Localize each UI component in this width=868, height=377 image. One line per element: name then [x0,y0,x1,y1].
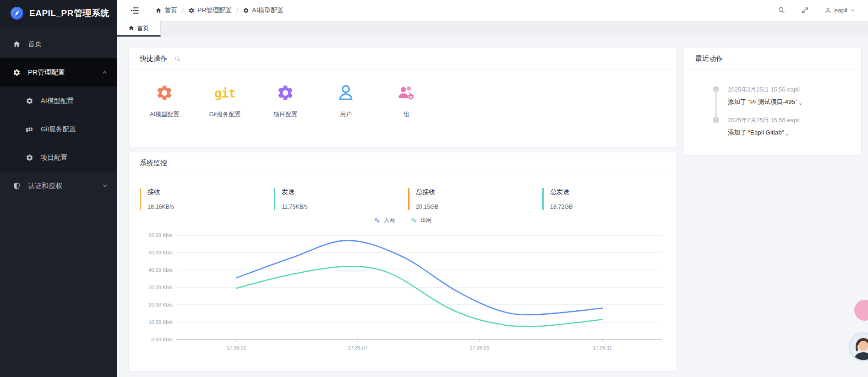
search-icon[interactable] [778,6,786,14]
main-column: 快捷操作 AI模型配置 git Git服务配置 项目配置 [128,48,677,372]
shield-icon [13,182,21,190]
timeline: 2025年2月25日 15:56 eapil 添加了 “Pr 测试项目-495”… [713,86,861,137]
x-axis-label: 17:35:07 [348,345,368,350]
breadcrumb-label: PR管理配置 [197,6,232,15]
breadcrumb-item-pr-config[interactable]: PR管理配置 [188,6,232,15]
stat-send: 发送 11.75KB/s [274,188,408,210]
tab-label: 首页 [137,24,149,32]
recent-actions-card: 最近动作 2025年2月25日 15:56 eapil 添加了 “Pr 测试项目… [684,48,862,156]
gear-icon [276,84,295,102]
network-traffic-chart[interactable]: 0.00 Kb/s10.00 Kb/s20.00 Kb/s30.00 Kb/s4… [140,226,666,359]
fullscreen-icon[interactable] [801,6,809,14]
recent-actions-title: 最近动作 [695,54,723,63]
git-icon: git [214,83,235,103]
gear-icon [155,84,174,102]
stat-value: 20.15GB [416,204,542,210]
tab-home[interactable]: 首页 [117,21,161,37]
sidebar-item-home[interactable]: 首页 [0,30,117,58]
y-axis-label: 0.00 Kb/s [152,337,173,342]
home-icon [13,40,21,48]
app-logo-icon [10,6,24,20]
system-monitor-title: 系统监控 [140,159,167,167]
breadcrumb-separator: / [182,7,184,14]
group-icon [397,84,415,102]
breadcrumb-separator: / [236,7,238,14]
sidebar-item-git-service-config[interactable]: git Git服务配置 [0,115,117,143]
system-monitor-header: 系统监控 [129,152,677,174]
user-menu[interactable]: eapil [824,7,855,14]
sidebar-item-label: AI模型配置 [41,97,74,105]
quick-action-users[interactable]: 用户 [316,83,376,118]
y-axis-label: 40.00 Kb/s [148,267,173,273]
quick-action-label: Git服务配置 [209,110,241,118]
series-line-入网 [237,241,603,315]
tabbar: 首页 [117,21,868,37]
x-axis-label: 17:35:01 [227,345,246,350]
legend-label: 出网 [420,216,431,224]
series-line-出网 [237,266,603,326]
breadcrumb-item-ai-model-config[interactable]: AI模型配置 [243,6,284,15]
quick-actions-row: AI模型配置 git Git服务配置 项目配置 用户 [129,70,677,118]
sidebar-item-label: 首页 [28,40,42,48]
timeline-text: 添加了 “Eapil Gitlab” 。 [728,129,861,137]
home-icon [128,25,134,31]
quick-action-git-service-config[interactable]: git Git服务配置 [195,83,255,118]
breadcrumb-label: AI模型配置 [252,6,284,15]
chevron-down-icon [850,8,855,13]
timeline-time: 2025年2月25日 15:56 eapil [728,116,861,124]
sidebar: EAPIL_PR管理系统 首页 PR管理配置 AI模型配置 git Git服务配… [0,0,117,377]
sidebar-submenu: AI模型配置 git Git服务配置 项目配置 [0,86,117,172]
person-icon [824,7,831,14]
breadcrumb: 首页 / PR管理配置 / AI模型配置 [155,6,284,15]
quick-action-project-config[interactable]: 项目配置 [255,83,316,118]
quick-action-ai-model-config[interactable]: AI模型配置 [134,83,195,118]
sidebar-item-ai-model-config[interactable]: AI模型配置 [0,86,117,115]
timeline-time: 2025年2月25日 15:56 eapil [728,86,861,94]
git-icon: git [26,127,33,132]
quick-action-label: AI模型配置 [150,110,179,118]
wave-icon: ∿ [374,218,380,223]
collapse-sidebar-icon[interactable] [131,6,140,15]
breadcrumb-label: 首页 [164,6,177,15]
x-axis-label: 17:35:11 [593,345,612,350]
gear-icon [26,97,33,105]
app-logo-row[interactable]: EAPIL_PR管理系统 [0,0,117,26]
y-axis-label: 50.00 Kb/s [148,250,173,255]
quick-action-groups[interactable]: 组 [376,83,437,118]
timeline-dot [713,86,719,92]
stat-label: 发送 [282,188,408,196]
gear-icon [188,7,195,14]
gear-icon [13,69,21,76]
stat-label: 接收 [147,188,274,196]
legend-item-inbound[interactable]: ∿ 入网 [374,216,395,224]
quick-actions-header: 快捷操作 [129,48,677,70]
timeline-dot [713,117,719,123]
stat-receive: 接收 18.16KB/s [140,188,274,210]
topbar-actions: eapil [778,6,868,14]
sidebar-item-label: Git服务配置 [41,125,76,134]
sidebar-item-auth[interactable]: 认证和授权 [0,172,117,200]
sidebar-item-label: 认证和授权 [28,182,62,190]
legend-item-outbound[interactable]: ∿ 出网 [410,216,431,224]
timeline-item: 2025年2月25日 15:56 eapil 添加了 “Eapil Gitlab… [713,116,861,137]
y-axis-label: 60.00 Kb/s [148,232,173,238]
search-icon[interactable] [175,56,181,62]
gear-icon [243,7,249,14]
sidebar-item-pr-config[interactable]: PR管理配置 [0,58,117,86]
sidebar-item-label: 项目配置 [41,153,67,162]
quick-action-label: 组 [404,110,409,118]
sidebar-item-project-config[interactable]: 项目配置 [0,143,117,172]
breadcrumb-item-home[interactable]: 首页 [155,6,177,15]
app-title: EAPIL_PR管理系统 [29,7,109,19]
stat-value: 18.72GB [550,204,677,210]
stat-label: 总接收 [416,188,542,196]
chart-legend: ∿ 入网 ∿ 出网 [129,216,677,224]
network-chart-wrap: 0.00 Kb/s10.00 Kb/s20.00 Kb/s30.00 Kb/s4… [129,224,677,361]
stat-total-send: 总发送 18.72GB [542,188,677,210]
stat-total-receive: 总接收 20.15GB [408,188,542,210]
timeline-item: 2025年2月25日 15:56 eapil 添加了 “Pr 测试项目-495”… [713,86,861,106]
quick-action-label: 用户 [340,110,352,118]
quick-actions-title: 快捷操作 [140,54,167,63]
stat-value: 18.16KB/s [147,204,274,210]
chevron-up-icon [102,70,108,75]
